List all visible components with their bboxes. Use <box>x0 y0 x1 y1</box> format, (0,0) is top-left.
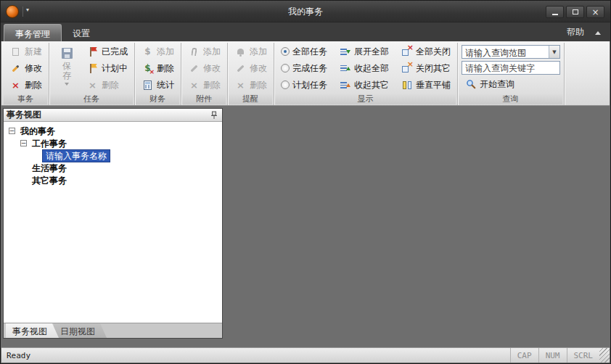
reminder-modify-button[interactable]: 修改 <box>231 61 270 75</box>
attachment-add-button[interactable]: 添加 <box>185 44 224 59</box>
new-transaction-button[interactable]: 新建 <box>7 44 45 59</box>
ribbon-collapse-button[interactable] <box>591 27 604 38</box>
close-other-button[interactable]: × 关闭其它 <box>398 61 454 75</box>
radio-icon <box>281 64 290 73</box>
collapse-all-label: 收起全部 <box>354 64 389 73</box>
ribbon-group-reminder: 添加 修改 × 删除 提醒 <box>228 43 274 105</box>
radio-plan-tasks[interactable]: 计划任务 <box>278 78 330 92</box>
reminder-add-button[interactable]: 添加 <box>231 44 270 59</box>
modify-transaction-label: 修改 <box>25 64 42 73</box>
collapse-other-button[interactable]: 收起其它 <box>336 78 392 92</box>
expand-all-button[interactable]: 展开全部 <box>336 44 392 59</box>
delete-x-icon: × <box>9 79 22 91</box>
reminder-delete-button[interactable]: × 删除 <box>231 78 270 92</box>
tab-transaction-manage[interactable]: 事务管理 <box>4 24 62 41</box>
panel-tab-date-view[interactable]: 日期视图 <box>54 323 107 338</box>
delete-transaction-button[interactable]: × 删除 <box>7 78 45 92</box>
pin-icon[interactable] <box>209 110 219 120</box>
panel-header: 事务视图 <box>4 109 222 122</box>
finance-add-button[interactable]: $ 添加 <box>139 44 177 59</box>
tree-node-my-transactions[interactable]: 我的事务 <box>19 126 57 136</box>
app-logo-icon[interactable] <box>6 5 19 18</box>
quick-access-separator <box>22 7 23 17</box>
edit-pencil-icon <box>9 62 22 74</box>
finance-stats-button[interactable]: 统计 <box>139 78 177 92</box>
radio-all-tasks[interactable]: 全部任务 <box>278 44 330 59</box>
expand-all-label: 展开全部 <box>354 47 389 56</box>
tree-row-work: − 工作事务 <box>4 137 222 149</box>
panel-tab-strip: 事务视图 日期视图 <box>4 323 222 338</box>
close-button[interactable]: × <box>586 6 604 18</box>
status-ready-text: Ready <box>1 348 510 363</box>
task-delete-button[interactable]: × 删除 <box>83 78 131 92</box>
radio-selected-icon <box>281 47 290 56</box>
start-query-button[interactable]: 开始查询 <box>462 77 560 91</box>
bell-icon <box>234 46 247 57</box>
task-done-button[interactable]: 已完成 <box>83 44 131 59</box>
main-content-area: 事务视图 − 我的事务 − 工作事务 <box>1 106 610 347</box>
new-transaction-label: 新建 <box>25 47 42 56</box>
status-bar: Ready CAP NUM SCRL <box>1 347 610 363</box>
help-button[interactable]: 帮助 <box>561 22 590 41</box>
radio-plan-tasks-label: 计划任务 <box>292 80 327 89</box>
tile-vertical-icon <box>401 79 413 91</box>
tree-node-work-transactions[interactable]: 工作事务 <box>30 138 68 149</box>
attachment-modify-button[interactable]: 修改 <box>185 61 224 75</box>
close-all-button[interactable]: × 全部关闭 <box>398 44 454 59</box>
ribbon: 新建 修改 × 删除 事务 保存 <box>1 41 610 106</box>
caps-lock-indicator: CAP <box>510 348 538 363</box>
group-label-task: 任务 <box>50 94 133 104</box>
resize-grip[interactable] <box>599 348 610 363</box>
tree-row-other: 其它事务 <box>4 174 222 186</box>
money-add-icon: $ <box>142 46 154 57</box>
delete-transaction-label: 删除 <box>25 80 42 89</box>
tab-settings[interactable]: 设置 <box>62 24 101 41</box>
finance-delete-button[interactable]: $× 删除 <box>139 61 177 75</box>
save-floppy-icon <box>61 47 73 59</box>
modify-transaction-button[interactable]: 修改 <box>7 61 45 75</box>
money-delete-icon: $× <box>142 62 154 74</box>
attachment-edit-icon <box>188 62 200 74</box>
attachment-add-label: 添加 <box>203 47 221 56</box>
attachment-delete-button[interactable]: × 删除 <box>185 78 224 92</box>
finance-add-label: 添加 <box>157 47 174 56</box>
maximize-button[interactable] <box>566 6 584 18</box>
save-dropdown-icon <box>65 83 69 86</box>
task-planning-button[interactable]: 计划中 <box>83 61 131 75</box>
panel-tab-transaction-view[interactable]: 事务视图 <box>6 323 59 338</box>
tree-node-new-item-editing[interactable]: 请输入事务名称 <box>42 149 110 162</box>
expand-all-icon <box>339 46 351 57</box>
query-scope-select[interactable]: 请输入查询范围 ▼ <box>462 45 560 59</box>
quick-access-dropdown-icon[interactable]: ▾ <box>26 7 29 13</box>
task-done-label: 已完成 <box>102 47 128 56</box>
minimize-button[interactable] <box>546 6 564 18</box>
tile-vertical-button[interactable]: 垂直平铺 <box>398 78 454 92</box>
radio-done-tasks[interactable]: 完成任务 <box>278 61 330 75</box>
panel-title: 事务视图 <box>7 109 209 121</box>
radio-all-tasks-label: 全部任务 <box>292 47 327 56</box>
group-label-reminder: 提醒 <box>229 94 272 104</box>
collapse-all-button[interactable]: 收起全部 <box>336 61 392 75</box>
close-other-icon: × <box>401 62 413 74</box>
close-all-label: 全部关闭 <box>416 47 451 56</box>
reminder-delete-icon: × <box>234 79 247 91</box>
new-doc-icon <box>9 46 22 57</box>
tree-node-other-transactions[interactable]: 其它事务 <box>30 175 68 186</box>
transaction-view-panel: 事务视图 − 我的事务 − 工作事务 <box>3 108 223 339</box>
combo-dropdown-button[interactable]: ▼ <box>549 46 559 58</box>
tree-node-life-transactions[interactable]: 生活事务 <box>30 163 68 173</box>
collapse-expander-icon[interactable]: − <box>9 128 15 134</box>
radio-done-tasks-label: 完成任务 <box>292 64 327 73</box>
attachment-delete-label: 删除 <box>203 80 221 89</box>
window-title: 我的事务 <box>1 1 610 22</box>
group-label-transaction: 事务 <box>4 94 47 104</box>
task-delete-x-icon: × <box>86 79 99 91</box>
attachment-delete-icon: × <box>188 79 200 91</box>
chevron-up-icon <box>595 31 601 35</box>
app-window: ▾ 我的事务 × 事务管理 设置 帮助 新建 修改 <box>0 0 611 364</box>
finance-stats-label: 统计 <box>157 80 174 89</box>
query-keyword-input[interactable] <box>462 61 560 75</box>
ribbon-group-finance: $ 添加 $× 删除 统计 财务 <box>135 43 181 105</box>
save-task-button[interactable]: 保存 <box>53 44 81 92</box>
collapse-expander-icon[interactable]: − <box>20 140 27 146</box>
